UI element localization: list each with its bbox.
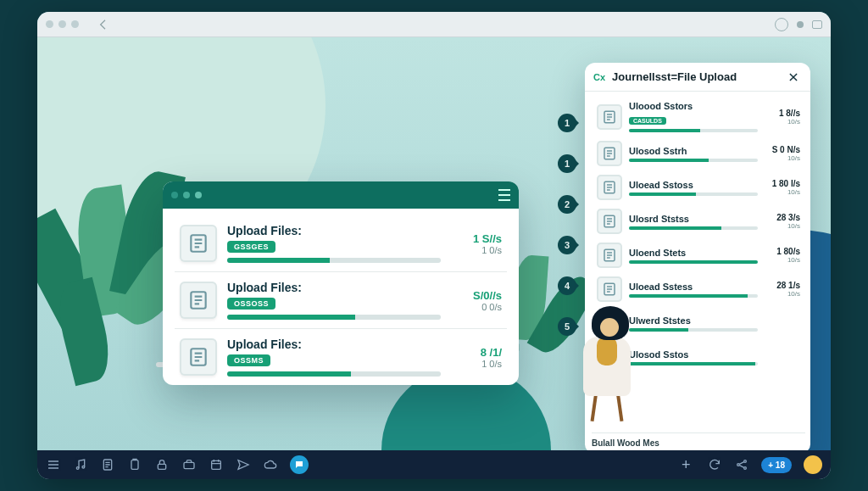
window-dot[interactable]: [71, 20, 79, 28]
item-title: Uloead Sstess: [629, 282, 758, 292]
item-extra: 10/s: [765, 154, 800, 162]
item-extra: 10/s: [765, 256, 800, 264]
item-title: Ulosod Sstrh: [629, 146, 758, 156]
step-marker[interactable]: 4: [558, 276, 576, 295]
file-row[interactable]: Upload Files:OSSOSSS/0//s0 0/s: [175, 272, 507, 329]
document-icon[interactable]: [100, 457, 115, 472]
app-window: Upload Files:GSSGES1 S//s1 0/sUpload Fil…: [37, 12, 831, 479]
step-marker[interactable]: 3: [558, 236, 576, 254]
upload-list: Upload Files:GSSGES1 S//s1 0/sUpload Fil…: [163, 209, 519, 385]
progress-bar: [629, 226, 758, 230]
item-title: Uloend Stets: [629, 248, 758, 258]
progress-bar: [629, 192, 758, 196]
window-dot[interactable]: [46, 20, 53, 28]
footer-label: Bulall Wood Mes: [592, 438, 659, 448]
avatar[interactable]: [804, 455, 822, 474]
upload-item[interactable]: Ulosrd Ststss28 3/s10/s: [592, 204, 805, 238]
item-title: Ulosrd Ststss: [629, 214, 758, 224]
upload-item[interactable]: Uloood SstorsCASULDS1 8//s10/s: [592, 97, 805, 137]
progress-bar: [629, 159, 758, 162]
briefcase-icon[interactable]: [181, 457, 197, 472]
chat-icon[interactable]: [290, 455, 309, 474]
notification-pill[interactable]: + 18: [761, 457, 792, 473]
file-extra: 0 0/s: [451, 302, 502, 312]
svg-rect-16: [184, 462, 194, 468]
item-size: 1 8//s: [765, 109, 800, 118]
svg-point-18: [737, 464, 740, 466]
progress-bar: [629, 294, 758, 298]
step-marker[interactable]: 1: [558, 114, 576, 132]
upload-item[interactable]: Uloend Stets1 80/s10/s: [592, 238, 805, 272]
file-row[interactable]: Upload Files:OSSMS8 /1/1 0/s: [175, 329, 507, 385]
upload-modal: Upload Files:GSSGES1 S//s1 0/sUpload Fil…: [163, 181, 519, 385]
file-size: 1 S//s: [451, 232, 502, 245]
window-controls[interactable]: [46, 20, 79, 28]
file-size: 8 /1/: [451, 346, 502, 359]
item-size: S 0 N/s: [765, 145, 800, 154]
redo-icon[interactable]: [707, 457, 722, 472]
svg-point-12: [82, 466, 85, 468]
file-icon: [597, 209, 622, 234]
music-icon[interactable]: [73, 457, 88, 472]
upload-item[interactable]: Uloead Sstoss1 80 l/s10/s: [592, 170, 805, 204]
progress-bar: [629, 129, 758, 132]
clipboard-icon[interactable]: [127, 457, 142, 472]
kebab-icon[interactable]: [498, 189, 510, 201]
svg-rect-17: [212, 460, 221, 469]
share-icon[interactable]: [734, 457, 749, 472]
file-icon: [597, 276, 622, 302]
file-icon: [597, 175, 622, 200]
upload-item[interactable]: Uloead Sstess28 1/s10/s: [592, 272, 805, 306]
progress-bar: [227, 258, 441, 263]
file-badge: OSSOSS: [227, 298, 275, 310]
file-icon: [597, 104, 622, 130]
progress-bar: [227, 315, 441, 320]
send-icon[interactable]: [236, 457, 251, 472]
calendar-icon[interactable]: [209, 457, 224, 472]
add-button[interactable]: +: [676, 455, 695, 474]
file-badge: GSSGES: [227, 241, 275, 253]
svg-rect-14: [131, 460, 138, 470]
item-title: Uloood Sstors: [629, 101, 758, 111]
file-title: Upload Files:: [227, 224, 441, 237]
taskbar: + + 18: [37, 450, 831, 479]
step-marker[interactable]: 1: [558, 154, 576, 173]
status-icon: [775, 18, 788, 31]
close-icon[interactable]: [785, 69, 802, 86]
file-title: Upload Files:: [227, 338, 441, 351]
svg-point-20: [744, 467, 747, 470]
modal-dot[interactable]: [171, 192, 178, 198]
file-icon: [597, 141, 622, 166]
file-row[interactable]: Upload Files:GSSGES1 S//s1 0/s: [175, 215, 507, 272]
upload-panel-footer: Bulall Wood Mes: [592, 432, 805, 448]
panel-title: Journellsst=File Upload: [612, 70, 737, 83]
window-dot[interactable]: [58, 20, 66, 28]
item-title: Ulwerd Ststes: [629, 315, 758, 326]
file-icon: [180, 338, 217, 376]
status-icon: [812, 20, 822, 29]
item-size: 28 1/s: [765, 281, 800, 290]
lock-icon[interactable]: [154, 457, 170, 472]
step-marker[interactable]: 2: [558, 195, 576, 214]
canvas: Upload Files:GSSGES1 S//s1 0/sUpload Fil…: [37, 37, 831, 450]
modal-dot[interactable]: [195, 192, 202, 198]
item-size: 1 80/s: [765, 247, 800, 256]
upload-item[interactable]: Ulosod SstrhS 0 N/s10/s: [592, 137, 805, 170]
item-badge: CASULDS: [629, 117, 666, 125]
file-extra: 1 0/s: [451, 359, 502, 369]
progress-bar: [629, 328, 758, 332]
svg-point-19: [744, 460, 747, 463]
file-icon: [180, 225, 217, 262]
file-badge: OSSMS: [227, 354, 270, 366]
file-icon: [597, 243, 622, 268]
file-extra: 1 0/s: [451, 245, 502, 255]
modal-dot[interactable]: [183, 192, 190, 198]
cloud-icon[interactable]: [263, 457, 278, 472]
modal-titlebar[interactable]: [163, 181, 519, 209]
brand-mark: Cx: [593, 72, 605, 82]
file-title: Upload Files:: [227, 281, 441, 294]
progress-bar: [629, 260, 758, 264]
back-button[interactable]: [94, 15, 113, 34]
menu-icon[interactable]: [46, 457, 61, 472]
item-extra: 10/s: [765, 188, 800, 196]
